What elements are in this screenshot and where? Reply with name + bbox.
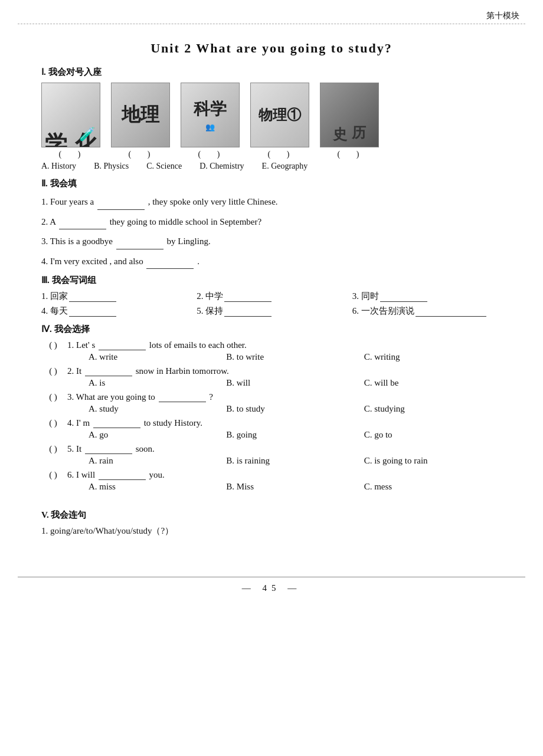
mc-question-1: ( ) 1. Let' s lots of emails to each oth… xyxy=(41,340,502,350)
book-img-chemistry: 化学 🧪 xyxy=(41,83,100,147)
mc-options-5: A. rain B. is raining C. is going to rai… xyxy=(41,456,502,466)
bracket-geography: ( ) xyxy=(124,150,158,159)
word-item-1: 1. 回家 xyxy=(41,291,191,302)
bottom-divider xyxy=(18,577,525,577)
word-item-4: 4. 每天 xyxy=(41,305,191,317)
mc-item-4: ( ) 4. I' m to study History. A. go B. g… xyxy=(41,418,502,440)
fill-q1: 1. Four years a , they spoke only very l… xyxy=(41,194,502,210)
section4-title: Ⅳ. 我会选择 xyxy=(41,324,502,335)
mc-item-1: ( ) 1. Let' s lots of emails to each oth… xyxy=(41,340,502,362)
mc-options-6: A. miss B. Miss C. mess xyxy=(41,482,502,492)
module-label: 第十模块 xyxy=(486,11,519,21)
book-physics: 物理① ( ) xyxy=(250,83,309,159)
book-img-science: 科学 👥 xyxy=(181,83,240,147)
sentence-1: 1. going/are/to/What/you/study（?） xyxy=(41,525,502,537)
fill-q3: 3. This is a goodbye by Lingling. xyxy=(41,234,502,249)
mc-item-6: ( ) 6. I will you. A. miss B. Miss C. me… xyxy=(41,469,502,492)
mc-question-2: ( ) 2. It snow in Harbin tomorrow. xyxy=(41,366,502,376)
section5-title: V. 我会连句 xyxy=(41,510,502,521)
section2-title: Ⅱ. 我会填 xyxy=(41,178,502,189)
book-chemistry: 化学 🧪 ( ) xyxy=(41,83,100,159)
fill-q4: 4. I'm very excited , and also . xyxy=(41,254,502,269)
fill-q2: 2. A they going to middle school in Sept… xyxy=(41,214,502,230)
page-title: Unit 2 What are you going to study? xyxy=(41,41,502,56)
book-img-history: 历史 xyxy=(320,83,379,147)
word-item-2: 2. 中学 xyxy=(197,291,346,302)
mc-question-3: ( ) 3. What are you going to ? xyxy=(41,392,502,402)
bracket-science: ( ) xyxy=(194,150,227,159)
book-history: 历史 ( ) xyxy=(320,83,379,159)
page-number: — 45 — xyxy=(0,583,543,593)
mc-item-2: ( ) 2. It snow in Harbin tomorrow. A. is… xyxy=(41,366,502,388)
word-item-5: 5. 保持 xyxy=(197,305,346,317)
main-content: Unit 2 What are you going to study? Ⅰ. 我… xyxy=(0,24,543,565)
book-science: 科学 👥 ( ) xyxy=(181,83,240,159)
word-item-3: 3. 同时 xyxy=(352,291,502,302)
flask-icon: 🧪 xyxy=(79,127,95,142)
mc-item-5: ( ) 5. It soon. A. rain B. is raining C.… xyxy=(41,443,502,466)
mc-options-3: A. study B. to study C. studying xyxy=(41,404,502,414)
mc-question-5: ( ) 5. It soon. xyxy=(41,443,502,454)
book-geography: 地理 ( ) xyxy=(111,83,170,159)
books-row: 化学 🧪 ( ) 地理 ( ) 科学 👥 ( xyxy=(41,83,502,159)
bracket-physics: ( ) xyxy=(263,150,297,159)
section1-title: Ⅰ. 我会对号入座 xyxy=(41,67,502,78)
mc-options-4: A. go B. going C. go to xyxy=(41,430,502,440)
section1-choices: A. History B. Physics C. Science D. Chem… xyxy=(41,162,502,171)
mc-options-1: A. write B. to write C. writing xyxy=(41,352,502,362)
mc-item-3: ( ) 3. What are you going to ? A. study … xyxy=(41,392,502,414)
mc-question-4: ( ) 4. I' m to study History. xyxy=(41,418,502,428)
bracket-history: ( ) xyxy=(333,150,367,159)
book-img-physics: 物理① xyxy=(250,83,309,147)
section3-title: Ⅲ. 我会写词组 xyxy=(41,275,502,286)
book-img-geography: 地理 xyxy=(111,83,170,147)
word-groups: 1. 回家 2. 中学 3. 同时 4. 每天 5. 保持 6. 一次告别演说 xyxy=(41,291,502,317)
mc-options-2: A. is B. will C. will be xyxy=(41,378,502,388)
mc-question-6: ( ) 6. I will you. xyxy=(41,469,502,480)
section5: V. 我会连句 1. going/are/to/What/you/study（?… xyxy=(41,510,502,537)
bracket-chemistry: ( ) xyxy=(54,150,88,159)
word-item-6: 6. 一次告别演说 xyxy=(352,305,502,317)
page-header: 第十模块 xyxy=(0,0,543,24)
